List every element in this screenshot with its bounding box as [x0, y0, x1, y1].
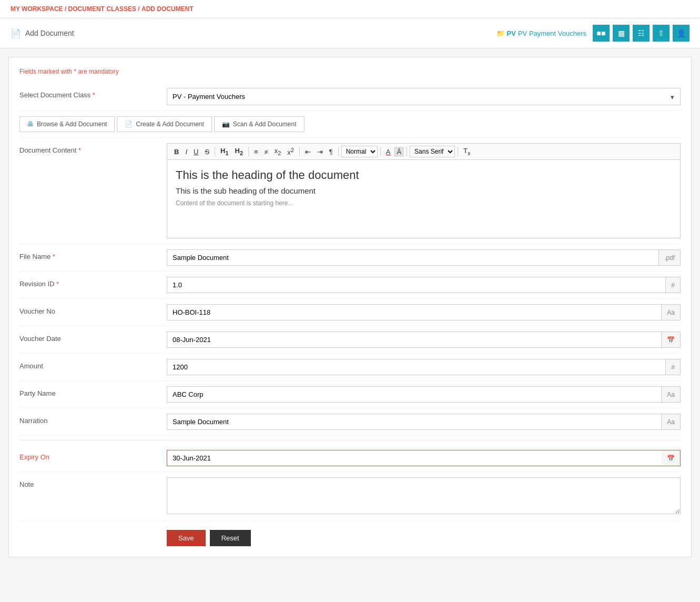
party-name-label: Party Name — [19, 386, 167, 397]
table-view-button[interactable]: ☷ — [633, 25, 650, 42]
breadcrumb-add-doc: ADD DOCUMENT — [141, 5, 194, 13]
toolbar-sep-4 — [338, 147, 339, 156]
doc-class-row: Select Document Class * PV - Payment Vou… — [19, 83, 681, 111]
note-label: Note — [19, 477, 167, 488]
image-view-button[interactable]: ▩ — [613, 25, 630, 42]
doc-content-row: Document Content * B I U S H1 H2 ≡ ≠ x2 … — [19, 138, 681, 244]
narration-input-wrapper: Aa — [167, 414, 681, 430]
unordered-list-button[interactable]: ≠ — [262, 147, 271, 157]
form-buttons: Save Reset — [19, 521, 681, 546]
toolbar-sep-1 — [215, 147, 215, 156]
toolbar-sep-2 — [248, 147, 249, 156]
narration-input[interactable] — [167, 414, 661, 430]
note-textarea[interactable] — [167, 477, 681, 514]
folder-icon: 📁 — [496, 29, 505, 37]
h1-button[interactable]: H1 — [218, 146, 231, 157]
expiry-on-label: Expiry On — [19, 450, 167, 461]
amount-label: Amount — [19, 359, 167, 370]
ordered-list-button[interactable]: ≡ — [251, 147, 261, 157]
voucher-no-input-wrapper: Aa — [167, 304, 681, 320]
doc-class-label: Select Document Class * — [19, 88, 167, 99]
narration-label: Narration — [19, 414, 167, 425]
create-tab-label: Create & Add Document — [136, 121, 204, 128]
revision-id-label: Revision ID * — [19, 277, 167, 288]
create-doc-icon: 📄 — [125, 121, 133, 128]
save-button[interactable]: Save — [167, 530, 206, 546]
file-name-row: File Name * .pdf — [19, 244, 681, 272]
revision-id-input-wrapper: # — [167, 277, 681, 293]
italic-button[interactable]: I — [182, 147, 190, 157]
voucher-date-label: Voucher Date — [19, 332, 167, 343]
party-name-input-wrapper: Aa — [167, 386, 681, 403]
expiry-on-suffix[interactable]: 📅 — [662, 450, 681, 466]
h2-button[interactable]: H2 — [232, 146, 246, 157]
breadcrumb-doc-classes[interactable]: DOCUMENT CLASSES — [68, 5, 136, 13]
expiry-on-input[interactable] — [167, 450, 662, 466]
breadcrumb-sep2: / — [138, 5, 139, 13]
subscript-button[interactable]: x2 — [272, 146, 284, 157]
file-name-label: File Name * — [19, 249, 167, 260]
voucher-no-suffix: Aa — [661, 304, 681, 320]
note-field — [167, 477, 681, 516]
bold-button[interactable]: B — [171, 147, 181, 157]
voucher-no-label: Voucher No — [19, 304, 167, 315]
superscript-button[interactable]: x2 — [285, 146, 297, 157]
printer-icon: 🖶 — [27, 121, 34, 128]
indent-left-button[interactable]: ⇤ — [302, 147, 313, 157]
font-color-button[interactable]: A — [383, 147, 393, 157]
bg-color-button[interactable]: Ā — [394, 147, 404, 157]
revision-id-input[interactable] — [167, 277, 665, 293]
voucher-no-input[interactable] — [167, 304, 661, 320]
header-bar: 📄 Add Document 📁 PV PV Payment Vouchers … — [0, 18, 700, 48]
page-title: Add Document — [25, 29, 74, 37]
user-button[interactable]: 👤 — [673, 25, 689, 42]
format-select[interactable]: Normal — [341, 146, 378, 157]
toolbar-sep-7 — [458, 147, 458, 156]
voucher-date-field: 📅 — [167, 332, 681, 348]
editor-toolbar: B I U S H1 H2 ≡ ≠ x2 x2 ⇤ ⇥ ¶ Normal — [167, 143, 681, 159]
header-title-area: 📄 Add Document — [11, 28, 74, 38]
toolbar-sep-3 — [299, 147, 300, 156]
revision-id-field: # — [167, 277, 681, 293]
workspace-label-area: 📁 PV PV Payment Vouchers — [496, 29, 586, 37]
breadcrumb-sep1: / — [65, 5, 66, 13]
font-family-select[interactable]: Sans Serif — [410, 146, 455, 157]
revision-id-suffix: # — [665, 277, 681, 293]
strikethrough-button[interactable]: S — [202, 147, 212, 157]
add-doc-icon: 📄 — [11, 28, 21, 38]
voucher-date-row: Voucher Date 📅 — [19, 326, 681, 354]
file-name-input[interactable] — [167, 249, 658, 266]
amount-suffix: # — [665, 359, 681, 375]
expiry-on-row: Expiry On 📅 — [19, 445, 681, 472]
narration-row: Narration Aa — [19, 408, 681, 436]
doc-class-field: PV - Payment Vouchers — [167, 88, 681, 105]
amount-field: # — [167, 359, 681, 375]
tabs-row: 🖶 Browse & Add Document 📄 Create & Add D… — [19, 111, 681, 138]
reset-button[interactable]: Reset — [210, 530, 251, 546]
voucher-no-row: Voucher No Aa — [19, 299, 681, 326]
scan-add-tab[interactable]: 📷 Scan & Add Document — [214, 116, 305, 132]
paragraph-button[interactable]: ¶ — [327, 147, 336, 157]
doc-class-select-wrapper[interactable]: PV - Payment Vouchers — [167, 88, 681, 105]
grid-view-button[interactable]: ■■ — [593, 25, 610, 42]
create-add-tab[interactable]: 📄 Create & Add Document — [117, 116, 211, 132]
upload-button[interactable]: ⇧ — [653, 25, 669, 42]
clear-format-button[interactable]: Tx — [461, 146, 473, 157]
underline-button[interactable]: U — [191, 147, 201, 157]
doc-class-select[interactable]: PV - Payment Vouchers — [167, 88, 681, 105]
indent-right-button[interactable]: ⇥ — [315, 147, 326, 157]
doc-content-label: Document Content * — [19, 143, 167, 154]
voucher-date-suffix[interactable]: 📅 — [661, 332, 681, 348]
voucher-date-input[interactable] — [167, 332, 661, 348]
party-name-input[interactable] — [167, 386, 661, 403]
expiry-on-input-wrapper: 📅 — [167, 450, 681, 466]
doc-content-field: B I U S H1 H2 ≡ ≠ x2 x2 ⇤ ⇥ ¶ Normal — [167, 143, 681, 238]
amount-input[interactable] — [167, 359, 665, 375]
doc-heading: This is the heading of the document — [176, 168, 672, 182]
file-name-input-wrapper: .pdf — [167, 249, 681, 266]
breadcrumb-workspace[interactable]: MY WORKSPACE — [11, 5, 63, 13]
voucher-date-input-wrapper: 📅 — [167, 332, 681, 348]
editor-content-area[interactable]: This is the heading of the document This… — [167, 159, 681, 238]
browse-add-tab[interactable]: 🖶 Browse & Add Document — [19, 116, 115, 132]
workspace-name: PV Payment Vouchers — [518, 29, 586, 37]
